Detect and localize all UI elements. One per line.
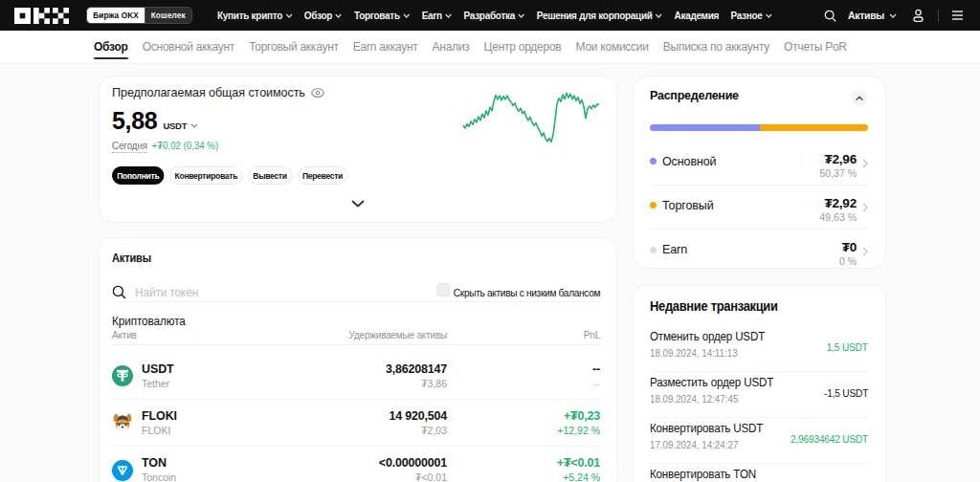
- deposit-button[interactable]: Пополнить: [112, 166, 165, 185]
- asset-pnl-cell: +₮<0.01 +5,24 %: [447, 456, 600, 482]
- hide-low-checkbox[interactable]: [436, 283, 450, 296]
- toggle-exchange[interactable]: Биржа OKX: [87, 8, 145, 23]
- nav-more[interactable]: Разное: [731, 10, 773, 21]
- tab-analysis[interactable]: Анализ: [433, 31, 470, 63]
- token-search[interactable]: [112, 285, 432, 299]
- nav-buy-crypto[interactable]: Купить крипто: [217, 10, 293, 21]
- distribution-row-funding[interactable]: Основной ₮2,96 50,37 %: [650, 142, 868, 186]
- distribution-label: Earn: [662, 243, 687, 256]
- chevron-right-icon: [862, 247, 868, 256]
- expand-button[interactable]: [100, 200, 616, 208]
- distribution-rows: Основной ₮2,96 50,37 % Торговый ₮2,92 49…: [650, 142, 868, 269]
- chevron-right-icon: [862, 203, 868, 212]
- ton-icon: [112, 460, 133, 481]
- asset-row-usdt[interactable]: USDT Tether 3,86208147 ₮3,86 -- --: [112, 353, 600, 400]
- transfer-button[interactable]: Перевести: [298, 166, 348, 185]
- earn-dot: [650, 247, 657, 253]
- assets-table-header: Актив Удерживаемые активы PnL: [112, 330, 600, 340]
- asset-amount: 3,86208147: [294, 362, 447, 377]
- divider: [112, 344, 600, 345]
- tab-overview[interactable]: Обзор: [94, 31, 128, 63]
- top-navigation: Купить крипто Обзор Торговать Earn Разра…: [217, 10, 772, 21]
- distribution-row-trading[interactable]: Торговый ₮2,92 49,63 %: [650, 186, 868, 230]
- chevron-right-icon: [862, 159, 868, 168]
- product-toggle: Биржа OKX Кошелек: [86, 7, 192, 24]
- tab-fees[interactable]: Мои комиссии: [576, 31, 649, 63]
- column-header-holdings: Удерживаемые активы: [294, 330, 447, 340]
- portfolio-value-card: Предполагаемая общая стоимость 5,88 USDT…: [99, 76, 617, 223]
- topbar-divider: [938, 10, 939, 22]
- right-column: Распределение Основной ₮2,96 50,37 %: [633, 76, 886, 482]
- left-column: Предполагаемая общая стоимость 5,88 USDT…: [94, 76, 617, 482]
- asset-name-block: USDT Tether: [142, 362, 174, 390]
- search-icon: [112, 285, 126, 299]
- menu-button[interactable]: [952, 11, 963, 20]
- search-button[interactable]: [824, 10, 836, 22]
- distribution-card: Распределение Основной ₮2,96 50,37 %: [633, 76, 886, 269]
- tab-earn-account[interactable]: Earn аккаунт: [353, 31, 418, 63]
- hide-low-balance[interactable]: Скрыть активы с низким балансом: [436, 287, 600, 298]
- eye-button[interactable]: [311, 88, 324, 98]
- transaction-row[interactable]: Конвертировать USDT 17.09.2024, 14:24:27…: [650, 418, 868, 464]
- asset-row-floki[interactable]: FLOKI FLOKI 14 920,504 ₮2,03 +₮0,23 +12,…: [112, 400, 600, 447]
- tab-order-center[interactable]: Центр ордеров: [484, 31, 562, 63]
- profile-button[interactable]: [912, 9, 924, 22]
- toggle-wallet[interactable]: Кошелек: [145, 8, 191, 23]
- distribution-row-earn[interactable]: Earn ₮0 0 %: [650, 230, 868, 269]
- topbar: Биржа OKX Кошелек Купить крипто Обзор То…: [0, 0, 980, 31]
- chevron-down-icon: [766, 13, 773, 18]
- nav-item-label: Earn: [422, 10, 442, 21]
- column-header-asset: Актив: [112, 330, 294, 340]
- asset-fullname: FLOKI: [142, 425, 177, 437]
- asset-identity: FLOKI FLOKI: [112, 409, 294, 437]
- transaction-info: Отменить ордер USDT 18.09.2024, 14:11:13: [650, 326, 765, 360]
- distribution-pct: 50,37 %: [819, 167, 857, 180]
- transaction-name: Разместить ордер USDT: [650, 376, 773, 389]
- transaction-row[interactable]: Отменить ордер USDT 18.09.2024, 14:11:13…: [650, 326, 868, 372]
- sparkline-chart: [463, 89, 599, 145]
- transaction-date: 18.09.2024, 14:11:13: [650, 347, 765, 360]
- distribution-value: ₮2,92: [819, 196, 857, 211]
- transaction-info: Конвертировать USDT 17.09.2024, 14:24:27: [650, 418, 763, 451]
- nav-earn[interactable]: Earn: [422, 10, 453, 21]
- convert-button[interactable]: Конвертировать: [169, 166, 242, 185]
- topbar-right: Активы: [824, 9, 963, 22]
- tab-por-reports[interactable]: Отчеты PoR: [784, 31, 847, 63]
- currency-selector[interactable]: USDT: [163, 120, 198, 131]
- distribution-value: ₮0: [839, 240, 857, 255]
- search-input[interactable]: [135, 286, 345, 299]
- nav-institutional[interactable]: Решения для корпораций: [537, 10, 662, 21]
- asset-fiat-value: ₮2,03: [294, 425, 447, 437]
- total-value: 5,88: [112, 107, 157, 135]
- assets-title: Активы: [112, 251, 210, 265]
- distribution-label: Основной: [662, 155, 717, 168]
- tab-trading-account[interactable]: Торговый аккаунт: [249, 31, 339, 63]
- assets-card: Активы Скрыть активы с низким балансом К…: [99, 237, 617, 482]
- nav-overview[interactable]: Обзор: [304, 10, 343, 21]
- distribution-bar: [650, 124, 868, 131]
- transaction-row[interactable]: Конвертировать TON: [650, 464, 868, 482]
- chevron-right-wrap: [862, 247, 868, 256]
- nav-develop[interactable]: Разработка: [464, 10, 525, 21]
- divider: [112, 301, 600, 302]
- tab-account-statement[interactable]: Выписка по аккаунту: [663, 31, 769, 63]
- transaction-name: Конвертировать USDT: [650, 422, 763, 435]
- withdraw-button[interactable]: Вывести: [248, 166, 292, 185]
- transaction-date: 17.09.2024, 14:24:27: [650, 439, 763, 451]
- nav-trade[interactable]: Торговать: [354, 10, 410, 21]
- distribution-value-block: ₮0 0 %: [839, 240, 857, 268]
- chevron-down-icon: [285, 13, 293, 18]
- collapse-button[interactable]: [851, 89, 868, 106]
- asset-identity: USDT Tether: [112, 362, 294, 390]
- assets-menu[interactable]: Активы: [848, 10, 897, 21]
- asset-holdings-cell: 3,86208147 ₮3,86: [294, 362, 447, 390]
- okx-logo[interactable]: [14, 8, 69, 24]
- transactions-list: Отменить ордер USDT 18.09.2024, 14:11:13…: [650, 326, 868, 482]
- nav-academy[interactable]: Академия: [675, 10, 720, 21]
- profile-icon: [912, 9, 924, 22]
- bar-segment-trading: [760, 124, 868, 131]
- chevron-right-wrap: [862, 203, 868, 212]
- tab-main-account[interactable]: Основной аккаунт: [143, 31, 234, 63]
- asset-row-ton[interactable]: TON Toncoin <0.00000001 ₮<0.01 +₮<0.01 +…: [112, 447, 600, 482]
- transaction-row[interactable]: Разместить ордер USDT 18.09.2024, 12:47:…: [650, 372, 868, 418]
